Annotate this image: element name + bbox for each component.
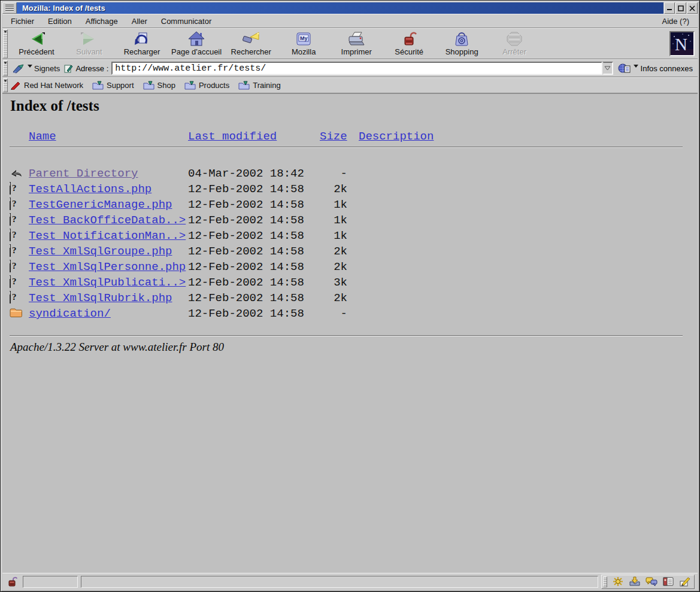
table-row: ? Test_XmlSqlPublicati..> 12-Feb-2002 14… xyxy=(2,276,698,292)
reload-button[interactable]: Recharger xyxy=(116,29,168,58)
page-content: Index of /tests Name Last modified Size … xyxy=(2,93,698,573)
menu-aide[interactable]: Aide (?) xyxy=(662,17,689,26)
question-glyph: ? xyxy=(12,292,17,302)
close-button[interactable] xyxy=(687,2,698,14)
sort-by-size-link[interactable]: Size xyxy=(320,130,347,143)
parent-directory-link[interactable]: Parent Directory xyxy=(29,167,138,180)
file-link[interactable]: Test_NotificationMan..> xyxy=(29,229,186,242)
back-icon xyxy=(28,31,46,47)
url-input[interactable] xyxy=(111,62,602,75)
progress-panel xyxy=(23,576,78,588)
file-size: - xyxy=(254,307,347,320)
security-label: Sécurité xyxy=(395,47,423,56)
personal-item-products[interactable]: Products xyxy=(184,81,229,90)
print-label: Imprimer xyxy=(341,47,372,56)
file-link[interactable]: TestGenericManage.php xyxy=(29,198,172,211)
personal-item-support[interactable]: Support xyxy=(92,81,134,90)
file-link[interactable]: Test_XmlSqlPublicati..> xyxy=(29,276,186,289)
toolbar-grippy[interactable] xyxy=(3,29,8,58)
menu-communicator[interactable]: Communicator xyxy=(161,17,212,26)
titlebar: Mozilla: Index of /tests xyxy=(2,2,698,14)
security-icon xyxy=(400,31,418,47)
addressbar-grippy[interactable] xyxy=(3,60,8,76)
maximize-button[interactable] xyxy=(675,2,686,14)
file-link[interactable]: TestAllActions.php xyxy=(29,183,151,196)
bookmark-icon xyxy=(11,63,26,74)
sort-by-modified-link[interactable]: Last modified xyxy=(188,130,277,143)
redhat-pen-icon xyxy=(10,81,21,90)
menu-edition[interactable]: Edition xyxy=(48,17,72,26)
security-button[interactable]: Sécurité xyxy=(383,29,435,58)
browser-window: Mozilla: Index of /tests Fichier Edition… xyxy=(0,0,700,592)
file-link[interactable]: Test_BackOfficeDatab..> xyxy=(29,214,186,227)
personal-toolbar-grippy[interactable] xyxy=(3,78,8,92)
shopping-button[interactable]: Shopping xyxy=(435,29,488,58)
file-link[interactable]: Test_XmlSqlPersonne.php xyxy=(29,260,186,274)
stop-button[interactable]: Arrêter xyxy=(488,29,541,58)
url-dropdown-button[interactable] xyxy=(602,62,613,75)
component-bar-grippy[interactable] xyxy=(603,576,607,587)
addressbook-button[interactable] xyxy=(660,576,676,588)
messenger-icon xyxy=(629,576,641,587)
related-info-icon xyxy=(618,63,631,74)
navigator-button[interactable] xyxy=(610,576,626,588)
bookmarks-dropdown-arrow xyxy=(28,65,32,68)
address-toolbar: Signets Adresse : I xyxy=(2,59,698,77)
mozilla-icon: My xyxy=(295,31,313,47)
status-message-panel xyxy=(81,576,598,588)
folder-bookmark-icon xyxy=(184,81,196,90)
file-link[interactable]: Test_XmlSqlGroupe.php xyxy=(29,245,172,258)
print-icon xyxy=(347,31,365,47)
unknown-file-icon: ? xyxy=(10,214,23,227)
search-button[interactable]: Rechercher xyxy=(225,29,277,58)
back-button[interactable]: Précédent xyxy=(10,29,63,58)
table-row: ? TestGenericManage.php 12-Feb-2002 14:5… xyxy=(2,198,698,214)
print-button[interactable]: Imprimer xyxy=(330,29,383,58)
personal-item-label: Red Hat Network xyxy=(24,81,83,90)
personal-item-redhat[interactable]: Red Hat Network xyxy=(10,81,83,90)
horizontal-rule xyxy=(10,335,683,336)
bookmarks-label: Signets xyxy=(34,64,60,73)
component-bar xyxy=(601,575,695,589)
file-link[interactable]: Test_XmlSqlRubrik.php xyxy=(29,292,172,305)
unknown-file-icon: ? xyxy=(10,198,23,211)
home-button[interactable]: Page d'accueil xyxy=(168,29,225,58)
netscape-logo-button[interactable]: N xyxy=(669,31,695,56)
address-page-icon xyxy=(63,63,73,73)
table-row: ? Test_BackOfficeDatab..> 12-Feb-2002 14… xyxy=(2,214,698,229)
related-dropdown-arrow xyxy=(634,65,638,68)
reload-label: Recharger xyxy=(124,47,160,56)
discussions-button[interactable] xyxy=(644,576,659,588)
related-info-button[interactable]: Infos connexes xyxy=(613,63,698,74)
menu-affichage[interactable]: Affichage xyxy=(86,17,118,26)
table-row: ? Test_XmlSqlPersonne.php 12-Feb-2002 14… xyxy=(2,260,698,276)
horizontal-rule xyxy=(10,147,683,148)
minimize-button[interactable] xyxy=(664,2,675,14)
menu-aller[interactable]: Aller xyxy=(132,17,147,26)
folder-icon xyxy=(10,307,23,320)
menu-fichier[interactable]: Fichier xyxy=(11,17,34,26)
forward-icon xyxy=(80,31,98,47)
mozilla-button[interactable]: My Mozilla xyxy=(277,29,330,58)
directory-link[interactable]: syndication/ xyxy=(29,307,111,320)
page-title: Index of /tests xyxy=(10,98,99,114)
netscape-logo-icon: N xyxy=(671,32,693,55)
personal-item-training[interactable]: Training xyxy=(238,81,280,90)
forward-button[interactable]: Suivant xyxy=(63,29,116,58)
mozilla-label: Mozilla xyxy=(292,47,316,56)
messenger-button[interactable] xyxy=(627,576,643,588)
bookmarks-button[interactable]: Signets xyxy=(10,63,63,74)
window-menu-button[interactable] xyxy=(2,2,17,14)
sort-by-name-link[interactable]: Name xyxy=(29,130,56,143)
table-row: ? Test_XmlSqlGroupe.php 12-Feb-2002 14:5… xyxy=(2,245,698,260)
search-icon xyxy=(242,31,260,47)
sort-by-description-link[interactable]: Description xyxy=(359,130,434,143)
personal-item-shop[interactable]: Shop xyxy=(143,81,175,90)
personal-item-label: Support xyxy=(107,81,134,90)
security-indicator-button[interactable] xyxy=(5,575,20,588)
minimize-icon xyxy=(666,5,672,11)
address-label-group: Adresse : xyxy=(63,63,108,73)
table-row: ? Test_XmlSqlRubrik.php 12-Feb-2002 14:5… xyxy=(2,292,698,307)
file-size: 2k xyxy=(254,292,347,305)
composer-button[interactable] xyxy=(677,576,693,588)
